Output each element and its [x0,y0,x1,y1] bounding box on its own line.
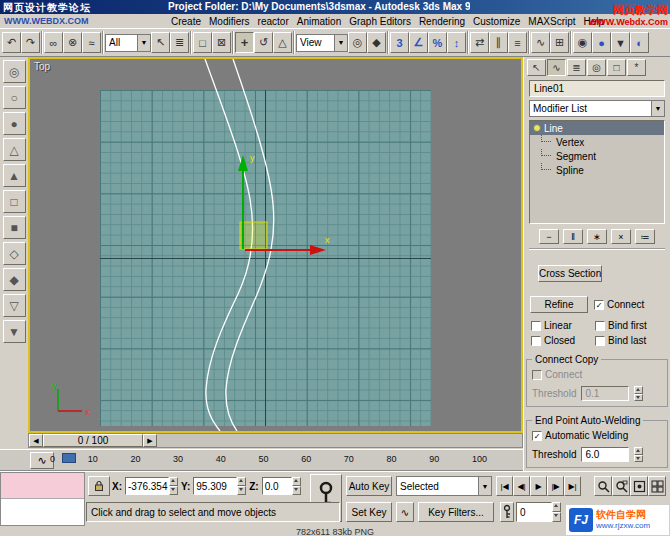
checkbox-box[interactable]: ✓ [532,431,542,441]
use-pivot-center-icon[interactable]: ◎ [348,32,367,53]
tab-utilities-icon[interactable]: * [627,59,646,76]
align-icon[interactable]: ∥ [489,32,508,53]
select-by-name-icon[interactable]: ≣ [170,32,189,53]
select-and-manipulate-icon[interactable]: ◆ [367,32,386,53]
previous-frame-button[interactable]: ◀| [513,476,530,496]
curve-editor-icon[interactable]: ∿ [531,32,550,53]
checkbox-box[interactable] [532,370,542,380]
gizmo-plane-handle[interactable] [240,222,267,249]
frame-indicator[interactable] [62,453,76,463]
spinner-snap-icon[interactable]: ↕ [447,32,466,53]
linear-checkbox[interactable]: Linear [531,320,593,331]
time-slider-thumb[interactable]: 0 / 100 [43,434,143,447]
menu-item[interactable]: Graph Editors [345,16,415,27]
tab-hierarchy-icon[interactable]: ≣ [567,59,586,76]
weld-threshold-field[interactable]: 6.0 [581,447,629,462]
zoom-all-icon[interactable] [612,476,630,496]
tab-modify-icon[interactable]: ∿ [547,59,566,76]
macro-recorder-line[interactable] [1,473,84,499]
auto-key-button[interactable]: Auto Key [346,476,392,496]
selection-lock-icon[interactable] [88,476,110,496]
make-unique-icon[interactable]: ∗ [587,229,607,244]
spinner-arrows[interactable] [237,477,246,495]
automatic-welding-checkbox[interactable]: ✓ Automatic Welding [532,430,662,441]
show-end-result-icon[interactable]: ‖ [563,229,583,244]
menu-item[interactable]: Animation [293,16,345,27]
snap-toggle-3d-icon[interactable]: 3 [390,32,409,53]
viewport-label[interactable]: Top [34,61,50,72]
key-mode-toggle-icon[interactable] [500,502,514,522]
object-tool-icon[interactable]: ▼ [3,320,26,343]
select-object-icon[interactable]: ↖ [151,32,170,53]
bind-to-spacewarp-icon[interactable]: ≈ [82,32,101,53]
cross-section-button[interactable]: Cross Section [538,265,602,282]
maxscript-mini-listener[interactable] [0,472,85,526]
time-slider-right-arrow[interactable]: ▶ [143,434,157,447]
stack-item-spline[interactable]: Spline [530,163,664,177]
schematic-view-icon[interactable]: ⊞ [550,32,569,53]
z-coordinate-field[interactable]: 0.0 [262,477,292,495]
object-tool-icon[interactable]: □ [3,190,26,213]
stack-item-segment[interactable]: Segment [530,149,664,163]
object-name-field[interactable]: Line01 [529,80,665,97]
set-key-button[interactable]: Set Key [346,502,392,522]
closed-checkbox[interactable]: Closed [531,335,593,346]
zoom-extents-all-icon[interactable] [648,476,666,496]
window-crossing-icon[interactable]: ⊠ [212,32,231,53]
refine-button[interactable]: Refine [530,296,588,313]
time-slider-left-arrow[interactable]: ◀ [29,434,43,447]
mirror-icon[interactable]: ⇄ [470,32,489,53]
spinner-arrows[interactable] [552,502,561,522]
chevron-down-icon[interactable]: ▼ [651,101,664,116]
remove-modifier-icon[interactable]: × [611,229,631,244]
reference-coordinate-dropdown[interactable]: View ▼ [296,34,348,52]
listener-line[interactable] [1,499,84,525]
chevron-down-icon[interactable]: ▼ [478,477,491,495]
material-editor-icon[interactable]: ◉ [573,32,592,53]
connect-checkbox[interactable]: ✓ Connect [594,299,644,310]
key-filters-button[interactable]: Key Filters... [418,502,494,522]
spinner-arrows[interactable] [634,386,643,401]
select-and-link-icon[interactable]: ∞ [44,32,63,53]
percent-snap-icon[interactable]: % [428,32,447,53]
object-tool-icon[interactable]: ■ [3,216,26,239]
y-coordinate-field[interactable]: 95.309 [193,477,237,495]
stack-item-vertex[interactable]: Vertex [530,135,664,149]
tab-motion-icon[interactable]: ◎ [587,59,606,76]
menu-item[interactable]: Customize [469,16,524,27]
render-scene-icon[interactable]: ● [592,32,611,53]
undo-icon[interactable]: ↶ [2,32,21,53]
checkbox-box[interactable] [595,321,605,331]
connect-copy-threshold-field[interactable]: 0.1 [581,386,629,401]
spinner-arrows[interactable] [634,447,643,462]
checkbox-box[interactable]: ✓ [594,300,604,310]
select-and-move-icon[interactable]: + [235,32,254,53]
next-frame-button[interactable]: |▶ [547,476,564,496]
object-tool-icon[interactable]: ○ [3,86,26,109]
angle-snap-icon[interactable]: ∠ [409,32,428,53]
redo-icon[interactable]: ↷ [21,32,40,53]
selection-region-icon[interactable]: □ [193,32,212,53]
object-tool-icon[interactable]: ● [3,112,26,135]
checkbox-box[interactable] [531,336,541,346]
bind-first-checkbox[interactable]: Bind first [595,320,670,331]
layer-manager-icon[interactable]: ≡ [508,32,527,53]
stack-item-line[interactable]: Line [530,121,664,135]
site-logo[interactable]: FJ 软件自学网 www.rjzxw.com [565,504,670,536]
play-button[interactable]: ▶ [530,476,547,496]
connect-copy-checkbox[interactable]: Connect [532,369,662,380]
object-tool-icon[interactable]: ▽ [3,294,26,317]
menu-item[interactable]: Create [167,16,205,27]
key-selection-dropdown[interactable]: Selected ▼ [396,476,492,496]
spinner-arrows[interactable] [292,477,301,495]
modifier-list-dropdown[interactable]: Modifier List ▼ [529,100,665,117]
object-tool-icon[interactable]: △ [3,138,26,161]
selection-filter-dropdown[interactable]: All ▼ [105,34,151,52]
zoom-extents-icon[interactable] [630,476,648,496]
spinner-arrows[interactable] [169,477,178,495]
menu-item[interactable]: Modifiers [205,16,254,27]
checkbox-box[interactable] [595,336,605,346]
go-to-start-button[interactable]: |◀ [496,476,513,496]
object-tool-icon[interactable]: ◇ [3,242,26,265]
pin-stack-icon[interactable]: − [539,229,559,244]
